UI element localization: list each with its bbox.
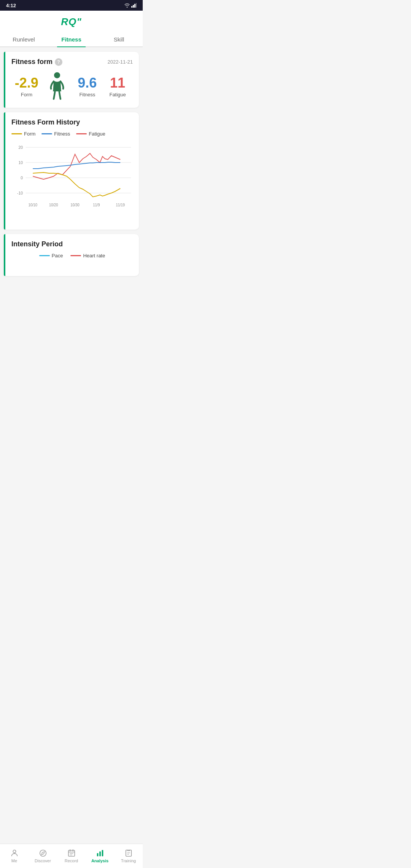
- legend-form-line: [11, 133, 22, 134]
- svg-rect-26: [97, 853, 98, 856]
- tab-fitness[interactable]: Fitness: [48, 32, 95, 46]
- person-icon: [46, 71, 68, 102]
- fitness-history-title: Fitness Form History: [11, 118, 133, 126]
- nav-analysis-label: Analysis: [91, 858, 108, 863]
- form-value: -2.9: [11, 75, 42, 91]
- svg-text:10/10: 10/10: [29, 203, 38, 207]
- legend-heart-rate: Heart rate: [70, 253, 105, 258]
- intensity-period-title: Intensity Period: [11, 240, 133, 248]
- fatigue-value: 11: [102, 75, 133, 91]
- intensity-legend: Pace Heart rate: [11, 253, 133, 258]
- legend-pace: Pace: [39, 253, 63, 258]
- fitness-stat: 9.6 Fitness: [72, 75, 103, 98]
- bottom-nav: Me Discover Record Analysis: [0, 844, 143, 868]
- legend-fatigue-line: [76, 133, 87, 134]
- person-figure: [42, 71, 72, 102]
- help-icon[interactable]: ?: [55, 58, 62, 66]
- signal-icon: [131, 3, 137, 8]
- svg-text:-10: -10: [17, 191, 23, 195]
- compass-nav-icon: [39, 849, 47, 857]
- app-logo: RQ": [61, 16, 81, 28]
- bar-chart-nav-icon: [96, 849, 104, 857]
- tab-skill[interactable]: Skill: [95, 32, 143, 46]
- status-time: 4:12: [6, 3, 16, 8]
- svg-text:0: 0: [21, 176, 23, 180]
- fitness-form-card: Fitness form ? 2022-11-21 -2.9 Form: [4, 52, 139, 108]
- svg-point-4: [54, 72, 60, 78]
- fitness-label: Fitness: [72, 92, 103, 97]
- fitness-chart-svg: 20 10 0 -10 10/10 10/20 10/30 11/9 11/19: [11, 140, 133, 223]
- svg-rect-28: [102, 850, 103, 857]
- clipboard-nav-icon: [124, 849, 133, 857]
- nav-record-label: Record: [65, 858, 78, 863]
- svg-text:10/20: 10/20: [49, 203, 58, 207]
- fitness-form-title-row: Fitness form ?: [11, 58, 62, 66]
- legend-form: Form: [11, 131, 35, 137]
- fitness-history-card: Fitness Form History Form Fitness Fatigu…: [4, 112, 139, 230]
- svg-rect-2: [134, 4, 135, 8]
- nav-analysis[interactable]: Analysis: [86, 844, 114, 868]
- svg-text:11/19: 11/19: [116, 203, 124, 207]
- nav-me-label: Me: [11, 858, 17, 863]
- nav-record[interactable]: Record: [57, 844, 86, 868]
- svg-text:10/30: 10/30: [70, 203, 80, 207]
- tab-runlevel[interactable]: Runlevel: [0, 32, 48, 46]
- legend-pace-label: Pace: [52, 253, 63, 258]
- legend-fitness-line: [41, 133, 52, 134]
- status-bar: 4:12: [0, 0, 143, 11]
- person-nav-icon: [10, 849, 19, 857]
- fitness-form-header: Fitness form ? 2022-11-21: [11, 58, 133, 66]
- legend-fitness: Fitness: [41, 131, 70, 137]
- app-header: RQ": [0, 11, 143, 32]
- svg-text:11/9: 11/9: [93, 203, 100, 207]
- form-label: Form: [11, 92, 42, 97]
- svg-text:20: 20: [19, 145, 23, 150]
- status-icons: [124, 3, 137, 8]
- fitness-form-title: Fitness form: [11, 58, 53, 66]
- fatigue-stat: 11 Fatigue: [102, 75, 133, 98]
- nav-me[interactable]: Me: [0, 844, 29, 868]
- chart-legend: Form Fitness Fatigue: [11, 131, 133, 137]
- intensity-period-card: Intensity Period Pace Heart rate: [4, 234, 139, 276]
- intensity-chart-placeholder: [11, 258, 133, 270]
- svg-rect-3: [136, 3, 137, 8]
- nav-discover-label: Discover: [35, 858, 51, 863]
- nav-discover[interactable]: Discover: [29, 844, 57, 868]
- wifi-icon: [124, 3, 130, 8]
- legend-heart-rate-label: Heart rate: [83, 253, 105, 258]
- top-tabs: Runlevel Fitness Skill: [0, 32, 143, 47]
- legend-pace-line: [39, 255, 50, 256]
- svg-rect-27: [99, 851, 101, 856]
- legend-fitness-label: Fitness: [54, 131, 70, 137]
- nav-training-label: Training: [121, 858, 136, 863]
- legend-form-label: Form: [24, 131, 35, 137]
- calendar-nav-icon: [67, 849, 76, 857]
- legend-heart-rate-line: [70, 255, 81, 256]
- fitness-history-chart: 20 10 0 -10 10/10 10/20 10/30 11/9 11/19: [11, 140, 133, 223]
- fatigue-label: Fatigue: [102, 92, 133, 97]
- form-stat: -2.9 Form: [11, 75, 42, 98]
- svg-point-18: [13, 850, 16, 853]
- svg-rect-1: [133, 5, 134, 8]
- svg-rect-0: [131, 6, 132, 8]
- svg-point-19: [40, 850, 46, 857]
- legend-fatigue-label: Fatigue: [89, 131, 105, 137]
- fitness-form-date: 2022-11-21: [108, 59, 133, 65]
- nav-training[interactable]: Training: [114, 844, 143, 868]
- main-content: Fitness form ? 2022-11-21 -2.9 Form: [0, 47, 143, 312]
- fitness-value: 9.6: [72, 75, 103, 91]
- svg-text:10: 10: [19, 160, 23, 165]
- fitness-stats-row: -2.9 Form 9.6 Fitn: [11, 71, 133, 102]
- legend-fatigue: Fatigue: [76, 131, 105, 137]
